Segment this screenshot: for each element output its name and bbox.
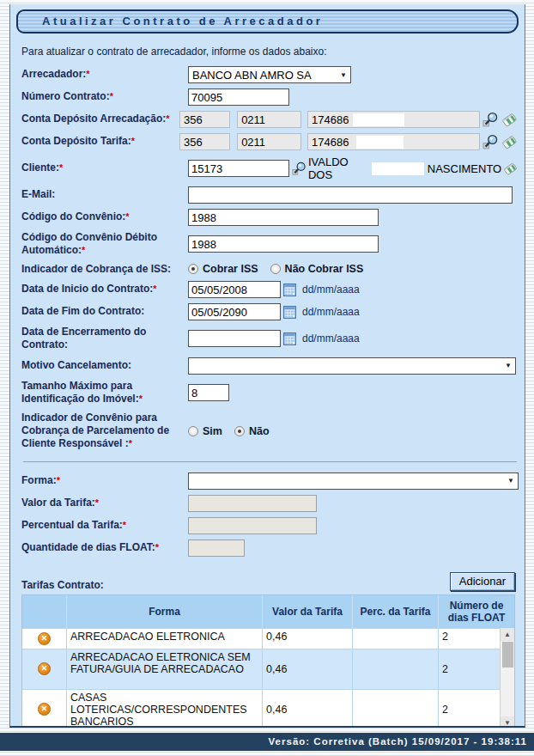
required-star: * (131, 136, 135, 146)
numero-contrato-label: Número Contrato: (21, 90, 110, 102)
codigo-convenio-debito-label: Código do Convênio Débito Automático: (21, 231, 157, 256)
scroll-up-icon[interactable]: ▲ (501, 628, 514, 641)
required-star: * (86, 69, 89, 79)
forma-select[interactable]: ▼ (188, 472, 519, 490)
conta-tarifa-agencia: 0211 (237, 133, 301, 150)
arrecadador-label: Arrecadador: (21, 68, 86, 80)
radio-nao-cobrar-iss[interactable] (270, 264, 281, 274)
table-row: ✕ CASAS LOTERICAS/CORRESPONDENTES BANCAR… (22, 689, 500, 728)
cell-perc (353, 649, 439, 689)
form-row: Indicador de Cobrança de ISS: Cobrar ISS… (21, 263, 519, 276)
adicionar-button[interactable]: Adicionar (450, 572, 515, 591)
tamanho-maximo-input[interactable] (188, 384, 229, 401)
header-dias: Número de dias FLOAT (439, 595, 514, 628)
cliente-nome: IVALDO DOS (308, 155, 368, 181)
eraser-icon[interactable] (502, 161, 519, 177)
conta-tarifa-label: Conta Depósito Tarifa: (21, 135, 131, 147)
email-input[interactable] (188, 186, 513, 204)
chevron-down-icon: ▼ (507, 477, 514, 485)
data-fim-input[interactable] (188, 303, 281, 320)
cell-forma: ARRECADACAO ELETRONICA SEM FATURA/GUIA D… (67, 649, 263, 689)
required-star: * (59, 162, 63, 173)
radio-parcelamento-sim[interactable] (188, 426, 198, 436)
redaction-box (356, 136, 404, 149)
delete-row-icon[interactable]: ✕ (38, 662, 51, 675)
radio-parcelamento-nao[interactable] (234, 426, 245, 436)
version-footer: Versão: Corretiva (Batch) 15/09/2017 - 1… (0, 733, 534, 751)
percentual-tarifa-label: Percentual da Tarifa: (21, 519, 123, 531)
codigo-convenio-input[interactable] (188, 209, 379, 226)
dias-float-label: Quantidade de dias FLOAT: (21, 541, 155, 553)
data-inicio-label: Data de Inicio do Contrato: (21, 283, 153, 295)
header-icon-col (22, 595, 67, 628)
search-icon[interactable] (292, 161, 306, 177)
arrecadador-selected-value: BANCO ABN AMRO SA (192, 69, 312, 82)
form-row: Percentual da Tarifa:* (21, 517, 519, 534)
radio-parcelamento-nao-label: Não (249, 425, 270, 437)
eraser-icon[interactable] (501, 112, 519, 128)
cliente-label: Cliente: (21, 162, 59, 174)
tarifas-table: Forma Valor da Tarifa Perc. da Tarifa Nú… (21, 594, 515, 728)
table-row: ✕ ARRECADACAO ELETRONICA SEM FATURA/GUIA… (22, 649, 500, 689)
tarifas-contrato-label: Tarifas Contrato: (21, 579, 104, 591)
search-icon[interactable] (482, 112, 499, 128)
table-scrollbar[interactable]: ▲ ▼ (500, 628, 514, 728)
form-row: Data de Inicio do Contrato:* dd/mm/aaaa (21, 281, 519, 298)
contract-form: Arrecadador:* BANCO ABN AMRO SA ▼ Número… (21, 66, 519, 557)
calendar-icon[interactable] (283, 284, 296, 296)
required-star: * (123, 520, 126, 530)
form-row: Indicador de Convênio para Cobrança de P… (21, 412, 519, 451)
arrecadador-select[interactable]: BANCO ABN AMRO SA ▼ (188, 66, 351, 83)
eraser-icon[interactable] (501, 134, 519, 150)
header-perc: Perc. da Tarifa (353, 595, 439, 628)
required-star: * (82, 245, 85, 255)
required-star: * (110, 91, 113, 101)
radio-cobrar-iss[interactable] (188, 264, 198, 274)
email-label: E-Mail: (21, 188, 55, 200)
cliente-codigo-input[interactable] (188, 160, 289, 177)
search-icon[interactable] (482, 134, 499, 150)
numero-contrato-input[interactable] (188, 88, 289, 106)
scrollbar-thumb[interactable] (502, 642, 513, 668)
data-encerramento-input[interactable] (188, 330, 281, 347)
form-row: Código do Convênio Débito Automático:* (21, 231, 519, 258)
delete-row-icon[interactable]: ✕ (38, 703, 51, 716)
conta-tarifa-banco: 356 (179, 133, 230, 150)
required-star: * (129, 438, 132, 448)
data-inicio-input[interactable] (188, 281, 281, 298)
iss-label: Indicador de Cobrança de ISS: (21, 263, 171, 275)
dias-float-input (188, 540, 245, 557)
required-star: * (57, 475, 60, 485)
cell-dias: 2 (439, 628, 500, 649)
cell-valor: 0,46 (263, 689, 353, 728)
delete-row-icon[interactable]: ✕ (38, 632, 51, 645)
radio-cobrar-iss-label: Cobrar ISS (203, 263, 258, 275)
required-star: * (166, 113, 169, 124)
date-format-hint: dd/mm/aaaa (302, 332, 360, 344)
codigo-convenio-debito-input[interactable] (188, 235, 379, 253)
form-row: E-Mail: (21, 186, 519, 204)
forma-label: Forma: (21, 474, 57, 486)
cliente-sobrenome: NASCIMENTO (428, 162, 501, 175)
form-row: Tamanho Máximo para Identificação do Imó… (21, 380, 519, 406)
calendar-icon[interactable] (283, 332, 296, 345)
motivo-cancelamento-select[interactable]: ▼ (188, 357, 516, 375)
cell-valor: 0,46 (263, 628, 353, 649)
chevron-down-icon: ▼ (505, 362, 512, 369)
radio-parcelamento-sim-label: Sim (203, 425, 222, 437)
conta-arrecadacao-banco: 356 (179, 111, 230, 128)
valor-tarifa-input (188, 495, 317, 512)
conta-arrecadacao-agencia: 0211 (237, 111, 301, 128)
radio-nao-cobrar-iss-label: Não Cobrar ISS (285, 263, 364, 275)
date-format-hint: dd/mm/aaaa (302, 306, 360, 318)
form-row: Arrecadador:* BANCO ABN AMRO SA ▼ (21, 66, 519, 83)
header-valor: Valor da Tarifa (263, 595, 353, 628)
conta-arrecadacao-label: Conta Depósito Arrecadação: (21, 113, 166, 125)
cell-dias: 2 (439, 689, 500, 728)
codigo-convenio-label: Código do Convênio: (21, 210, 125, 223)
form-row: Motivo Cancelamento: ▼ (21, 357, 519, 375)
scroll-down-icon[interactable]: ▼ (501, 716, 514, 728)
required-star: * (95, 497, 99, 508)
table-row: ✕ ARRECADACAO ELETRONICA 0,46 2 (22, 628, 500, 649)
calendar-icon[interactable] (283, 306, 296, 319)
